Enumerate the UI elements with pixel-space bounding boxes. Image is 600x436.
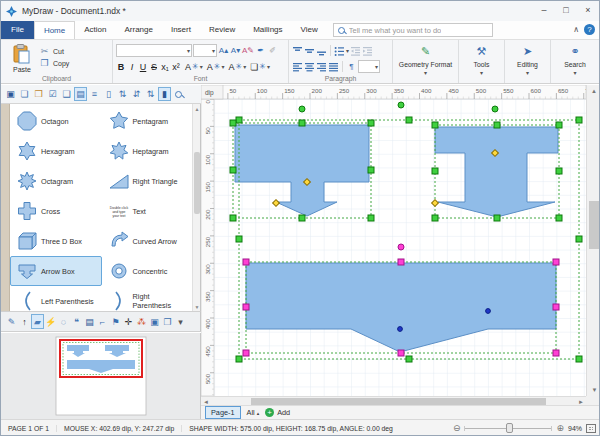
italic-button[interactable]: I [127,62,137,72]
tools-button[interactable]: ⚒ Tools ▾ [459,40,505,83]
more-tools-icon[interactable]: ▾ [174,314,187,329]
selection-handle[interactable] [553,304,559,310]
tab-action[interactable]: Action [75,21,115,39]
sort-number-icon[interactable]: ⇅ [116,87,129,101]
selection-handle[interactable] [243,350,249,356]
selection-handle[interactable] [432,122,438,128]
org-chart-icon[interactable]: ⁂ [135,314,148,329]
align-top-icon[interactable] [292,46,303,56]
shape-item-three-d-box[interactable]: Three D Box [10,226,102,256]
tab-mailings[interactable]: Mailings [244,21,291,39]
edit-tool-icon[interactable]: ✎ [5,314,18,329]
tab-view[interactable]: View [292,21,327,39]
shrink-font-icon[interactable]: A▾ [230,44,241,57]
shape-item-right-parenthesis[interactable]: Right Parenthesis [102,286,194,311]
file-button[interactable]: File [1,21,34,39]
align-left-icon[interactable] [292,62,303,72]
selection-handle[interactable] [556,122,562,128]
new-document-icon[interactable]: ❏ [18,87,31,101]
tab-review[interactable]: Review [200,21,244,39]
selection-handle[interactable] [236,236,242,242]
slide-tool-icon[interactable]: ▣ [148,314,161,329]
sort-za-icon[interactable]: ⇅ [144,87,157,101]
text-style-icon[interactable]: A✎ [242,44,254,57]
selection-handle[interactable] [556,215,562,221]
tab-home[interactable]: Home [34,21,75,39]
stack-tool-icon[interactable]: ❐ [161,314,174,329]
selection-handle[interactable] [556,168,562,174]
rotation-handle[interactable] [299,106,305,112]
zoom-in-icon[interactable]: ⊕ [556,423,564,433]
all-pages-dropdown[interactable]: All ▴ [247,408,260,417]
library-side-strip[interactable] [1,104,10,311]
page-thumbnail[interactable] [1,333,201,419]
selection-handle[interactable] [368,120,374,126]
align-center-icon[interactable] [304,62,315,72]
help-icon[interactable]: ? [584,24,595,35]
fit-page-icon[interactable] [586,424,596,433]
selection-handle[interactable] [368,215,374,221]
align-bottom-icon[interactable] [316,46,327,56]
font-color-button[interactable]: A✳▾ [185,62,203,72]
ellipse-tool-icon[interactable]: ◌ [57,314,70,329]
library-view-icon[interactable]: ▤ [74,87,87,101]
selection-handle[interactable] [236,117,242,123]
control-point-dot[interactable] [398,327,403,332]
tab-insert[interactable]: Insert [162,21,200,39]
collapse-ribbon-icon[interactable]: ∧ [573,25,579,34]
scroll-down-icon[interactable]: ▼ [587,384,600,396]
shape-item-hexagram[interactable]: Hexagram [10,136,102,166]
plus-tool-icon[interactable]: ✛ [122,314,135,329]
hscroll-thumb[interactable] [251,398,546,405]
increase-indent-icon[interactable] [362,46,373,56]
thumbnail-pane-icon[interactable]: ▮ [158,87,171,101]
selection-handle[interactable] [243,304,249,310]
connector-tool-icon[interactable]: ⌐ [96,314,109,329]
canvas-vertical-scrollbar[interactable]: ▲ ▼ [586,85,600,396]
selection-handle[interactable] [299,120,305,126]
zoom-icon[interactable] [172,87,185,101]
selection-handle[interactable] [576,117,582,123]
list-view-icon[interactable]: ≡ [88,87,101,101]
flag-tool-icon[interactable]: ⚑ [109,314,122,329]
scroll-up-icon[interactable]: ▲ [193,104,201,113]
selection-handle[interactable] [576,356,582,362]
shape-tool-icon[interactable]: ▰ [31,314,44,329]
pilcrow-icon[interactable]: ¶ [346,60,357,73]
underline-button[interactable]: U [138,62,148,72]
shape-item-text[interactable]: Double clickand typeyour textText [102,196,194,226]
page-view-icon[interactable]: ▯ [102,87,115,101]
quick-draw-icon[interactable]: ⚡ [44,314,57,329]
shape-item-right-triangle[interactable]: Right Triangle [102,166,194,196]
shape-item-left-parenthesis[interactable]: Left Parenthesis [10,286,102,311]
shape-fill-button[interactable]: ❏✳▾ [250,62,270,72]
shape-item-heptagram[interactable]: Heptagram [102,136,194,166]
bullet-list-icon[interactable] [334,46,345,56]
superscript-button[interactable]: x² [171,62,181,72]
drawing-canvas[interactable]: 5010015020025030035040045050055060065070… [201,85,586,396]
selection-handle[interactable] [494,122,500,128]
close-button[interactable]: × [577,1,599,19]
page-tab[interactable]: Page-1 [205,406,241,419]
text-fill-button[interactable]: A✳▾ [207,62,225,72]
canvas-horizontal-scrollbar[interactable]: ◄ ► [201,396,586,405]
cut-button[interactable]: ✂ Cut [39,45,69,57]
control-point-dot[interactable] [486,309,491,314]
selection-handle[interactable] [368,167,374,173]
align-right-icon[interactable] [316,62,327,72]
align-justify-icon[interactable] [328,62,339,72]
bold-button[interactable]: B [116,62,126,72]
shape-item-arrow-box[interactable]: Arrow Box [10,256,102,286]
rotation-handle[interactable] [398,102,404,108]
rotation-handle[interactable] [492,106,498,112]
selection-handle[interactable] [553,350,559,356]
pointer-tool-icon[interactable]: ↑ [18,314,31,329]
selection-handle[interactable] [243,259,249,265]
shape-item-octagram[interactable]: Octagram [10,166,102,196]
minimize-button[interactable]: – [533,1,555,19]
export-page-icon[interactable]: ❑ [60,87,73,101]
selection-handle[interactable] [299,215,305,221]
zoom-slider-thumb[interactable] [506,423,513,433]
scroll-down-icon[interactable]: ▼ [193,302,201,311]
selection-handle[interactable] [398,350,404,356]
